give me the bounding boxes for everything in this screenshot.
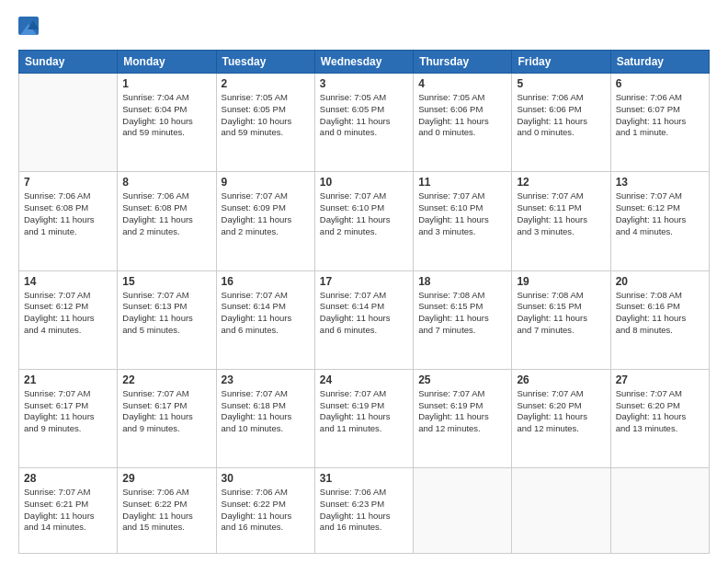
day-number: 16 bbox=[222, 275, 310, 288]
day-number: 6 bbox=[616, 77, 704, 90]
day-number: 14 bbox=[24, 275, 112, 288]
calendar-cell: 13Sunrise: 7:07 AM Sunset: 6:12 PM Dayli… bbox=[610, 172, 709, 270]
calendar-cell: 28Sunrise: 7:07 AM Sunset: 6:21 PM Dayli… bbox=[19, 468, 118, 554]
day-number: 10 bbox=[320, 176, 408, 189]
calendar-cell bbox=[610, 468, 709, 554]
calendar-cell: 29Sunrise: 7:06 AM Sunset: 6:22 PM Dayli… bbox=[118, 468, 216, 554]
day-info: Sunrise: 7:06 AM Sunset: 6:06 PM Dayligh… bbox=[517, 92, 605, 139]
day-number: 9 bbox=[222, 176, 310, 189]
day-number: 26 bbox=[517, 373, 605, 386]
header bbox=[18, 17, 710, 40]
weekday-header: Tuesday bbox=[216, 51, 314, 74]
day-number: 15 bbox=[122, 275, 210, 288]
weekday-header: Saturday bbox=[610, 51, 709, 74]
day-info: Sunrise: 7:07 AM Sunset: 6:18 PM Dayligh… bbox=[222, 388, 310, 435]
calendar-cell bbox=[512, 468, 610, 554]
day-info: Sunrise: 7:08 AM Sunset: 6:15 PM Dayligh… bbox=[517, 290, 605, 337]
calendar-cell: 8Sunrise: 7:06 AM Sunset: 6:08 PM Daylig… bbox=[118, 172, 216, 270]
calendar-cell: 22Sunrise: 7:07 AM Sunset: 6:17 PM Dayli… bbox=[118, 369, 216, 467]
logo bbox=[18, 17, 41, 40]
day-info: Sunrise: 7:07 AM Sunset: 6:11 PM Dayligh… bbox=[517, 190, 605, 237]
weekday-header: Thursday bbox=[414, 51, 512, 74]
day-info: Sunrise: 7:07 AM Sunset: 6:10 PM Dayligh… bbox=[418, 190, 506, 237]
day-number: 29 bbox=[122, 472, 210, 485]
calendar-week-row: 21Sunrise: 7:07 AM Sunset: 6:17 PM Dayli… bbox=[19, 369, 710, 467]
day-info: Sunrise: 7:06 AM Sunset: 6:07 PM Dayligh… bbox=[616, 92, 704, 139]
day-number: 23 bbox=[222, 373, 310, 386]
calendar-cell: 21Sunrise: 7:07 AM Sunset: 6:17 PM Dayli… bbox=[19, 369, 118, 467]
calendar-cell: 9Sunrise: 7:07 AM Sunset: 6:09 PM Daylig… bbox=[216, 172, 314, 270]
calendar-cell: 31Sunrise: 7:06 AM Sunset: 6:23 PM Dayli… bbox=[314, 468, 413, 554]
logo-icon bbox=[18, 17, 39, 40]
calendar-cell bbox=[414, 468, 512, 554]
calendar-cell: 18Sunrise: 7:08 AM Sunset: 6:15 PM Dayli… bbox=[414, 270, 512, 369]
day-info: Sunrise: 7:06 AM Sunset: 6:23 PM Dayligh… bbox=[320, 487, 408, 534]
day-number: 22 bbox=[122, 373, 210, 386]
day-number: 17 bbox=[320, 275, 408, 288]
day-info: Sunrise: 7:06 AM Sunset: 6:22 PM Dayligh… bbox=[122, 487, 210, 534]
day-info: Sunrise: 7:05 AM Sunset: 6:05 PM Dayligh… bbox=[222, 92, 310, 139]
calendar-cell: 6Sunrise: 7:06 AM Sunset: 6:07 PM Daylig… bbox=[610, 74, 709, 172]
calendar-week-row: 1Sunrise: 7:04 AM Sunset: 6:04 PM Daylig… bbox=[19, 74, 710, 172]
logo-text bbox=[18, 17, 41, 40]
day-info: Sunrise: 7:04 AM Sunset: 6:04 PM Dayligh… bbox=[122, 92, 210, 139]
day-info: Sunrise: 7:08 AM Sunset: 6:15 PM Dayligh… bbox=[418, 290, 506, 337]
day-number: 11 bbox=[418, 176, 506, 189]
day-info: Sunrise: 7:07 AM Sunset: 6:20 PM Dayligh… bbox=[616, 388, 704, 435]
day-number: 28 bbox=[24, 472, 112, 485]
day-number: 13 bbox=[616, 176, 704, 189]
calendar-cell: 3Sunrise: 7:05 AM Sunset: 6:05 PM Daylig… bbox=[314, 74, 413, 172]
calendar-cell: 25Sunrise: 7:07 AM Sunset: 6:19 PM Dayli… bbox=[414, 369, 512, 467]
calendar-cell: 10Sunrise: 7:07 AM Sunset: 6:10 PM Dayli… bbox=[314, 172, 413, 270]
day-number: 30 bbox=[222, 472, 310, 485]
calendar-cell: 20Sunrise: 7:08 AM Sunset: 6:16 PM Dayli… bbox=[610, 270, 709, 369]
calendar-week-row: 28Sunrise: 7:07 AM Sunset: 6:21 PM Dayli… bbox=[19, 468, 710, 554]
day-number: 4 bbox=[418, 77, 506, 90]
calendar-table: SundayMondayTuesdayWednesdayThursdayFrid… bbox=[18, 50, 710, 554]
day-number: 27 bbox=[616, 373, 704, 386]
day-info: Sunrise: 7:07 AM Sunset: 6:17 PM Dayligh… bbox=[24, 388, 112, 435]
calendar-cell: 5Sunrise: 7:06 AM Sunset: 6:06 PM Daylig… bbox=[512, 74, 610, 172]
day-info: Sunrise: 7:07 AM Sunset: 6:09 PM Dayligh… bbox=[222, 190, 310, 237]
day-info: Sunrise: 7:05 AM Sunset: 6:06 PM Dayligh… bbox=[418, 92, 506, 139]
day-info: Sunrise: 7:06 AM Sunset: 6:08 PM Dayligh… bbox=[24, 190, 112, 237]
calendar-cell: 26Sunrise: 7:07 AM Sunset: 6:20 PM Dayli… bbox=[512, 369, 610, 467]
weekday-header: Friday bbox=[512, 51, 610, 74]
calendar-cell: 16Sunrise: 7:07 AM Sunset: 6:14 PM Dayli… bbox=[216, 270, 314, 369]
calendar-cell: 4Sunrise: 7:05 AM Sunset: 6:06 PM Daylig… bbox=[414, 74, 512, 172]
calendar-cell bbox=[19, 74, 118, 172]
weekday-header: Monday bbox=[118, 51, 216, 74]
day-info: Sunrise: 7:07 AM Sunset: 6:21 PM Dayligh… bbox=[24, 487, 112, 534]
calendar-cell: 15Sunrise: 7:07 AM Sunset: 6:13 PM Dayli… bbox=[118, 270, 216, 369]
calendar-cell: 19Sunrise: 7:08 AM Sunset: 6:15 PM Dayli… bbox=[512, 270, 610, 369]
day-number: 19 bbox=[517, 275, 605, 288]
day-number: 3 bbox=[320, 77, 408, 90]
day-info: Sunrise: 7:06 AM Sunset: 6:22 PM Dayligh… bbox=[222, 487, 310, 534]
day-info: Sunrise: 7:07 AM Sunset: 6:20 PM Dayligh… bbox=[517, 388, 605, 435]
calendar-cell: 1Sunrise: 7:04 AM Sunset: 6:04 PM Daylig… bbox=[118, 74, 216, 172]
day-number: 8 bbox=[122, 176, 210, 189]
calendar-cell: 2Sunrise: 7:05 AM Sunset: 6:05 PM Daylig… bbox=[216, 74, 314, 172]
day-number: 12 bbox=[517, 176, 605, 189]
day-info: Sunrise: 7:07 AM Sunset: 6:10 PM Dayligh… bbox=[320, 190, 408, 237]
day-number: 5 bbox=[517, 77, 605, 90]
day-number: 24 bbox=[320, 373, 408, 386]
day-number: 18 bbox=[418, 275, 506, 288]
day-info: Sunrise: 7:07 AM Sunset: 6:14 PM Dayligh… bbox=[320, 290, 408, 337]
calendar-cell: 24Sunrise: 7:07 AM Sunset: 6:19 PM Dayli… bbox=[314, 369, 413, 467]
day-info: Sunrise: 7:07 AM Sunset: 6:19 PM Dayligh… bbox=[418, 388, 506, 435]
day-number: 31 bbox=[320, 472, 408, 485]
day-info: Sunrise: 7:07 AM Sunset: 6:17 PM Dayligh… bbox=[122, 388, 210, 435]
page: SundayMondayTuesdayWednesdayThursdayFrid… bbox=[0, 0, 728, 563]
calendar-cell: 17Sunrise: 7:07 AM Sunset: 6:14 PM Dayli… bbox=[314, 270, 413, 369]
day-info: Sunrise: 7:07 AM Sunset: 6:12 PM Dayligh… bbox=[24, 290, 112, 337]
day-info: Sunrise: 7:08 AM Sunset: 6:16 PM Dayligh… bbox=[616, 290, 704, 337]
day-info: Sunrise: 7:06 AM Sunset: 6:08 PM Dayligh… bbox=[122, 190, 210, 237]
day-info: Sunrise: 7:07 AM Sunset: 6:19 PM Dayligh… bbox=[320, 388, 408, 435]
day-number: 21 bbox=[24, 373, 112, 386]
day-number: 25 bbox=[418, 373, 506, 386]
calendar-cell: 14Sunrise: 7:07 AM Sunset: 6:12 PM Dayli… bbox=[19, 270, 118, 369]
calendar-header-row: SundayMondayTuesdayWednesdayThursdayFrid… bbox=[19, 51, 710, 74]
calendar-week-row: 14Sunrise: 7:07 AM Sunset: 6:12 PM Dayli… bbox=[19, 270, 710, 369]
day-info: Sunrise: 7:07 AM Sunset: 6:13 PM Dayligh… bbox=[122, 290, 210, 337]
